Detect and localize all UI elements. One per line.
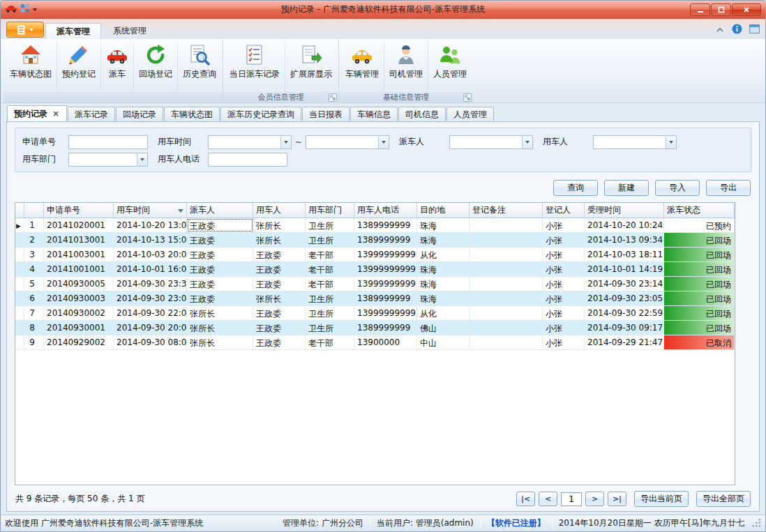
- group-dialog-launcher-icon[interactable]: [463, 93, 472, 102]
- page-number-input[interactable]: [561, 492, 582, 506]
- ribbon-button-extended-screen[interactable]: 扩展屏显示: [285, 41, 337, 91]
- quick-access-layout-icon[interactable]: [20, 3, 30, 15]
- doc-tab-1[interactable]: 预约记录×: [7, 105, 67, 121]
- doc-tab-3[interactable]: 回场记录: [116, 107, 163, 121]
- table-row-2[interactable]: 2201410130012014-10-13 15:00王政委张所长卫生所138…: [15, 233, 735, 248]
- table-row-7[interactable]: 7201409300022014-09-30 22:00张所长王政委卫生所139…: [15, 306, 735, 321]
- ribbon-button-today-dispatch-records[interactable]: 当日派车记录: [225, 41, 285, 91]
- grid-cell: 小张: [543, 218, 585, 232]
- application-menu-button[interactable]: [6, 22, 44, 38]
- export-button[interactable]: 导出: [706, 180, 751, 196]
- combo-dropdown-button[interactable]: [137, 153, 147, 166]
- row-number-cell: 6: [24, 291, 44, 305]
- combo-dropdown-button[interactable]: [522, 136, 532, 149]
- last-page-button[interactable]: >|: [608, 492, 626, 506]
- phone-input[interactable]: [208, 153, 287, 167]
- table-row-4[interactable]: 4201410010012014-10-01 16:00王政委王政委老干部139…: [15, 262, 735, 277]
- registered-link[interactable]: 【软件已注册】: [487, 517, 546, 529]
- combo-dropdown-button[interactable]: [280, 136, 291, 149]
- user-combo[interactable]: [593, 135, 677, 149]
- use-time-from-combo[interactable]: [208, 135, 292, 149]
- query-button[interactable]: 查询: [553, 180, 598, 196]
- table-row-8[interactable]: 8201409300012014-09-30 20:00张所长王政委卫生所138…: [15, 321, 735, 335]
- first-page-button[interactable]: |<: [516, 492, 535, 506]
- grid-cell: 小张: [543, 233, 585, 247]
- export-all-pages-button[interactable]: 导出全部页: [696, 491, 751, 507]
- table-row-5[interactable]: 5201409300052014-09-30 23:30王政委王政委老干部139…: [15, 277, 735, 291]
- column-header-2[interactable]: 用车时间: [114, 203, 187, 218]
- chevron-down-icon: [284, 141, 288, 146]
- next-page-button[interactable]: >: [585, 492, 604, 506]
- column-header-label: 受理时间: [587, 204, 621, 216]
- grid-cell: 张所长: [253, 291, 306, 305]
- column-header-10[interactable]: 受理时间: [585, 203, 664, 218]
- ribbon-button-driver-management[interactable]: 司机管理: [384, 41, 428, 91]
- skin-window-icon[interactable]: [749, 24, 760, 36]
- pager-row: 共 9 条记录，每页 50 条，共 1 页 |< < > >| 导出当前页 导出…: [15, 491, 751, 507]
- column-header-4[interactable]: 用车人: [253, 203, 306, 218]
- combo-dropdown-button[interactable]: [378, 136, 389, 149]
- ribbon-button-personnel-management[interactable]: 人员管理: [428, 41, 472, 91]
- grid-cell: 王政委: [187, 218, 253, 232]
- table-row-1[interactable]: ▶1201410200012014-10-20 13:00王政委张所长卫生所13…: [15, 218, 735, 233]
- ribbon-button-history-query[interactable]: 历史查询: [178, 41, 221, 91]
- filter-arrow-icon[interactable]: [178, 209, 183, 215]
- grid-cell: 王政委: [253, 262, 306, 276]
- doc-tab-6[interactable]: 当日报表: [302, 107, 350, 121]
- column-header-8[interactable]: 登记备注: [470, 203, 543, 218]
- ribbon-button-vehicle-status-map[interactable]: 车辆状态图: [5, 41, 57, 91]
- doc-tab-4[interactable]: 车辆状态图: [164, 107, 220, 121]
- column-header-label: 申请单号: [47, 204, 80, 216]
- doc-tab-2[interactable]: 派车记录: [68, 107, 115, 121]
- grid-cell: 13999999999: [354, 262, 417, 276]
- ribbon-button-reservation-register[interactable]: 预约登记: [57, 41, 101, 91]
- minimize-button[interactable]: [690, 3, 710, 16]
- apply-no-input[interactable]: [68, 135, 148, 149]
- grid-cell: 王政委: [187, 277, 253, 291]
- quick-access-dropdown-icon[interactable]: [33, 8, 37, 13]
- search-document-icon: [188, 44, 211, 66]
- ribbon-button-return-register[interactable]: 回场登记: [134, 41, 178, 91]
- doc-tab-5[interactable]: 派车历史记录查询: [220, 107, 301, 121]
- maximize-button[interactable]: [711, 3, 731, 16]
- ribbon-collapse-icon[interactable]: [715, 25, 725, 35]
- grid-cell: 2014-10-03 18:11: [585, 248, 664, 261]
- column-header-6[interactable]: 用车人电话: [354, 203, 417, 218]
- doc-tab-8[interactable]: 司机信息: [398, 107, 446, 121]
- grid-cell: [470, 291, 543, 305]
- table-row-6[interactable]: 6201409300032014-09-30 23:00王政委张所长卫生所138…: [15, 291, 735, 306]
- ribbon-button-dispatch[interactable]: 派车: [101, 41, 134, 91]
- grid-cell: 13999999999: [354, 248, 417, 261]
- column-header-11[interactable]: 派车状态: [664, 203, 735, 218]
- ribbon-button-vehicle-management[interactable]: 车辆管理: [340, 41, 384, 91]
- column-header-3[interactable]: 派车人: [187, 203, 253, 218]
- ribbon-tab-system-management[interactable]: 系统管理: [103, 23, 157, 39]
- table-row-3[interactable]: 3201410030012014-10-03 20:00王政委王政委老干部139…: [15, 248, 735, 262]
- column-header-7[interactable]: 目的地: [417, 203, 470, 218]
- import-button[interactable]: 导入: [655, 180, 700, 196]
- ribbon-tab-dispatch-management[interactable]: 派车管理: [45, 23, 101, 39]
- doc-tab-9[interactable]: 人员管理: [446, 107, 494, 121]
- new-button[interactable]: 新建: [604, 180, 649, 196]
- dispatcher-combo[interactable]: [449, 135, 533, 149]
- combo-dropdown-button[interactable]: [666, 136, 676, 149]
- table-row-9[interactable]: 9201409290022014-09-30 08:00张所长王政委老干部139…: [15, 335, 735, 350]
- close-button[interactable]: [732, 3, 761, 16]
- group-dialog-launcher-icon[interactable]: [329, 93, 337, 102]
- column-header-5[interactable]: 用车部门: [306, 203, 354, 218]
- column-header-1[interactable]: 申请单号: [44, 203, 114, 218]
- use-time-to-combo[interactable]: [306, 135, 389, 149]
- doc-tab-7[interactable]: 车辆信息: [350, 107, 398, 121]
- grid-cell: 王政委: [253, 306, 306, 320]
- close-tab-icon[interactable]: ×: [52, 109, 60, 118]
- grid-cell: 王政委: [187, 233, 253, 247]
- column-header-9[interactable]: 登记人: [543, 203, 585, 218]
- export-current-page-button[interactable]: 导出当前页: [634, 491, 689, 507]
- info-icon[interactable]: [732, 24, 742, 36]
- department-combo[interactable]: [68, 153, 148, 167]
- grid-cell: 2014-09-30 09:17: [585, 321, 664, 335]
- resize-grip-icon[interactable]: [752, 518, 761, 529]
- prev-page-button[interactable]: <: [539, 492, 557, 506]
- grid-cell: 王政委: [253, 248, 306, 261]
- title-bar[interactable]: 预约记录 - 广州爱奇迪软件科技有限公司-派车管理系统: [1, 1, 765, 19]
